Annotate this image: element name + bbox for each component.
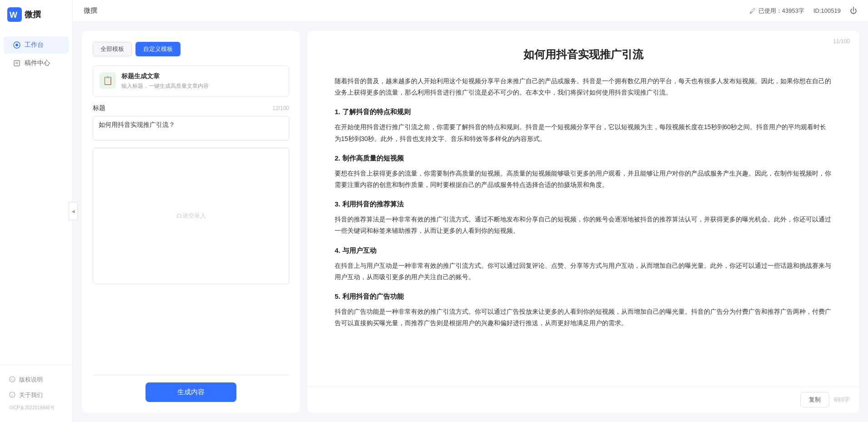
drafts-icon	[13, 59, 21, 67]
article-footer: 复制 693字	[307, 386, 859, 413]
divider	[93, 375, 289, 375]
power-button[interactable]: ⏻	[850, 7, 857, 15]
heading-3: 3. 利用抖音的推荐算法	[335, 198, 832, 210]
copyright-label: 版权说明	[19, 376, 43, 384]
intro-paragraph: 随着抖音的普及，越来越多的人开始利用这个短视频分享平台来推广自己的产品或服务。抖…	[335, 75, 832, 98]
workspace-label: 工作台	[25, 41, 44, 49]
body-5: 抖音的广告功能是一种非常有效的推广引流方式。你可以通过广告投放来让更多的人看到你…	[335, 306, 832, 329]
article-content: 随着抖音的普及，越来越多的人开始利用这个短视频分享平台来推广自己的产品或服务。抖…	[307, 71, 859, 386]
tab-all-templates[interactable]: 全部模板	[93, 42, 132, 56]
logo-area: W 微撰	[0, 0, 72, 31]
heading-1: 1. 了解抖音的特点和规则	[335, 106, 832, 118]
nav-items: 工作台 稿件中心	[0, 31, 72, 364]
usage-icon: 🖊	[749, 7, 756, 15]
body-4: 在抖音上与用户互动是一种非常有效的推广引流方式。你可以通过回复评论、点赞、分享等…	[335, 260, 832, 283]
copyright-item[interactable]: © 版权说明	[0, 372, 72, 387]
placeholder-area: 白请空录入	[93, 148, 289, 284]
template-icon: 📋	[100, 72, 116, 89]
template-card[interactable]: 📋 标题生成文章 输入标题，一键生成高质量文章内容	[93, 65, 289, 97]
topbar: 微撰 🖊 已使用：43953字 ID:100519 ⏻	[73, 0, 868, 22]
usage-info: 🖊 已使用：43953字	[749, 7, 804, 15]
user-id: ID:100519	[813, 7, 841, 14]
sidebar-item-drafts[interactable]: 稿件中心	[4, 55, 69, 72]
article-header: 如何用抖音实现推广引流 11/100	[307, 31, 859, 71]
generate-button[interactable]: 生成内容	[146, 382, 236, 402]
about-label: 关于我们	[19, 391, 43, 399]
svg-point-3	[15, 44, 18, 46]
article-title: 如何用抖音实现推广引流	[335, 47, 832, 62]
content-area: 全部模板 自定义模板 📋 标题生成文章 输入标题，一键生成高质量文章内容 标题 …	[73, 22, 868, 422]
word-count: 693字	[834, 396, 850, 404]
form-label-row: 标题 12/100	[93, 104, 289, 112]
template-desc: 输入标题，一键生成高质量文章内容	[121, 82, 282, 90]
body-2: 要想在抖音上获得更多的流量，你需要制作高质量的短视频。高质量的短视频能够吸引更多…	[335, 168, 832, 191]
svg-text:i: i	[12, 393, 13, 397]
template-tabs: 全部模板 自定义模板	[93, 42, 289, 56]
about-icon: i	[9, 392, 15, 399]
body-1: 在开始使用抖音进行推广引流之前，你需要了解抖音的特点和规则。抖音是一个短视频分享…	[335, 121, 832, 144]
usage-label: 已使用：43953字	[758, 7, 804, 15]
workspace-icon	[13, 41, 21, 49]
heading-5: 5. 利用抖音的广告功能	[335, 290, 832, 302]
body-3: 抖音的推荐算法是一种非常有效的推广引流方式。通过不断地发布和分享自己的短视频，你…	[335, 214, 832, 236]
heading-4: 4. 与用户互动	[335, 244, 832, 256]
collapse-button[interactable]: ◀	[69, 202, 78, 220]
sidebar-item-workspace[interactable]: 工作台	[4, 36, 69, 54]
copy-button[interactable]: 复制	[800, 392, 829, 407]
nav-bottom: © 版权说明 i 关于我们 ©ICP备2022016846号	[0, 364, 72, 422]
title-input[interactable]	[93, 116, 289, 141]
svg-text:©: ©	[11, 378, 14, 381]
icp-text: ©ICP备2022016846号	[0, 403, 72, 413]
copyright-icon: ©	[9, 376, 15, 384]
svg-text:W: W	[10, 10, 17, 20]
tab-custom-templates[interactable]: 自定义模板	[135, 42, 181, 56]
right-panel: 如何用抖音实现推广引流 11/100 随着抖音的普及，越来越多的人开始利用这个短…	[307, 31, 859, 413]
heading-2: 2. 制作高质量的短视频	[335, 152, 832, 164]
page-counter: 11/100	[833, 38, 850, 45]
logo-icon: W	[7, 7, 22, 22]
char-count: 12/100	[272, 105, 289, 111]
form-section: 标题 12/100 白请空录入	[93, 104, 289, 369]
drafts-label: 稿件中心	[25, 59, 50, 67]
topbar-right: 🖊 已使用：43953字 ID:100519 ⏻	[749, 7, 857, 15]
template-info: 标题生成文章 输入标题，一键生成高质量文章内容	[121, 72, 282, 90]
main-area: 微撰 🖊 已使用：43953字 ID:100519 ⏻ 全部模板 自定义模板 📋…	[73, 0, 868, 422]
sidebar: W 微撰 工作台 稿件中心	[0, 0, 73, 422]
form-label: 标题	[93, 104, 105, 112]
app-name: 微撰	[25, 9, 41, 20]
left-panel: 全部模板 自定义模板 📋 标题生成文章 输入标题，一键生成高质量文章内容 标题 …	[82, 31, 300, 413]
svg-rect-4	[14, 60, 20, 66]
placeholder-text: 白请空录入	[176, 212, 206, 220]
template-name: 标题生成文章	[121, 72, 282, 80]
about-item[interactable]: i 关于我们	[0, 387, 72, 403]
topbar-title: 微撰	[84, 6, 97, 15]
